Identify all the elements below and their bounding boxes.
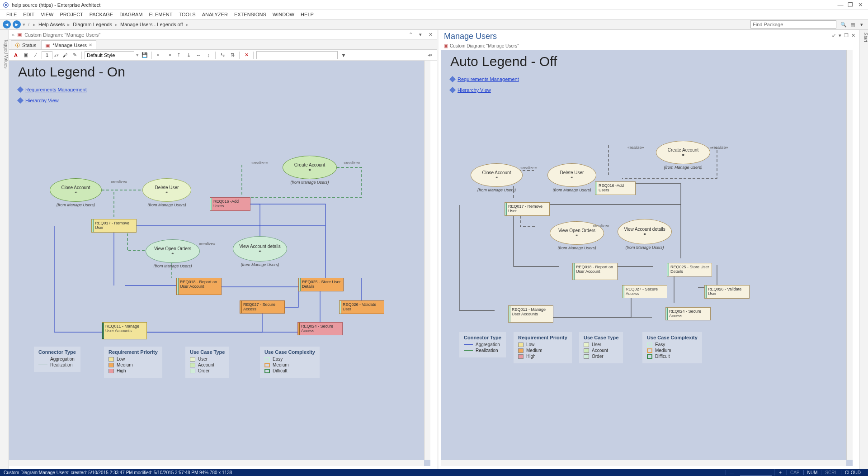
link-icon: ⚭ [165,190,169,195]
menu-view[interactable]: VIEW [38,11,56,18]
diagram-canvas-left[interactable]: Auto Legend - OnRequirements ManagementH… [9,61,430,466]
requirement-req026[interactable]: REQ026 - Validate User [704,285,750,299]
requirement-req011[interactable]: REQ011 - Manage User Accounts [102,322,147,339]
zoom-out[interactable]: ― [726,470,738,475]
header-nav-icon[interactable]: » [12,32,14,38]
brush-icon[interactable]: 🖌 [61,51,69,59]
space-h-icon[interactable]: ⇆ [218,51,226,59]
menu-window[interactable]: WINDOW [270,11,297,18]
save-style-icon[interactable]: 💾 [141,51,149,59]
breadcrumb-item[interactable]: Diagram Legends [73,22,112,27]
align-left-icon[interactable]: ⇤ [155,51,163,59]
requirement-req017[interactable]: REQ017 - Remove User [91,219,137,233]
menu-tools[interactable]: TOOLS [176,11,198,18]
menu-analyzer[interactable]: ANALYZER [199,11,231,18]
side-tab-start[interactable]: Start [859,30,868,469]
menu-element[interactable]: ELEMENT [146,11,175,18]
legend-swatch [518,343,524,347]
legend-swatch [264,363,270,367]
diagram-canvas-right[interactable]: Auto Legend - OffRequirements Management… [441,50,853,466]
vscrollbar[interactable] [846,50,853,460]
pipette-icon[interactable]: ✎ [71,51,79,59]
breadcrumb-item[interactable]: Manage Users - Legends off [120,22,183,27]
delete-icon[interactable]: ✕ [242,51,250,59]
requirement-req027[interactable]: REQ027 - Secure Access [622,285,667,298]
minimize-button[interactable]: ― [835,1,845,8]
hscrollbar[interactable] [9,460,424,466]
usecase-view-account-details[interactable]: View Account details⚭ [233,236,287,262]
pin-icon[interactable]: ▾ [839,33,841,38]
diagram-filter-input[interactable] [256,51,338,59]
requirement-req017[interactable]: REQ017 - Remove User [505,202,550,216]
link-icon: ⚭ [171,251,175,256]
nav-back-button[interactable]: ◄ [3,20,11,29]
menu-project[interactable]: PROJECT [57,11,85,18]
zoom-in[interactable]: ＋ [774,469,786,476]
usecase-view-account-details[interactable]: View Account details⚭ [618,219,672,244]
requirement-req024[interactable]: REQ024 - Secure Access [665,307,711,320]
menu-diagram[interactable]: DIAGRAM [117,11,145,18]
usecase-close-account[interactable]: Close Account⚭ [50,178,102,202]
settings-chevron-icon[interactable]: ▾ [858,21,865,28]
align-top-icon[interactable]: ⤒ [175,51,183,59]
requirement-req016[interactable]: REQ016 -Add Users [595,181,636,195]
menu-file[interactable]: FILE [4,11,19,18]
tab-manageusers[interactable]: ▣*Manage Users ✕ [41,40,96,49]
same-width-icon[interactable]: ↔ [194,51,203,59]
complexity-stripe [340,301,341,314]
same-height-icon[interactable]: ↕ [204,51,212,59]
maximize-button[interactable]: ❐ [845,1,855,8]
toolbox-chevron-icon[interactable]: ◂▪ [426,51,434,59]
close-pane-icon[interactable]: ✕ [427,32,434,38]
vscrollbar[interactable] [424,61,430,460]
usecase-create-account[interactable]: Create Account⚭ [656,141,710,164]
close-button[interactable]: ✕ [855,1,865,8]
tab-close-icon[interactable]: ✕ [89,43,92,48]
fill-color-button[interactable]: ▣ [22,51,30,59]
requirement-req011[interactable]: REQ011 - Manage User Accounts [508,305,553,323]
requirement-req026[interactable]: REQ026 - Validate User [339,300,384,314]
usecase-delete-user[interactable]: Delete User⚭ [547,163,596,187]
align-bottom-icon[interactable]: ⤓ [184,51,193,59]
usecase-create-account[interactable]: Create Account⚭ [283,156,337,179]
hscrollbar[interactable] [441,460,846,466]
usecase-close-account[interactable]: Close Account⚭ [471,163,523,187]
filter-icon[interactable]: ▤ [849,21,856,28]
collapse-up-icon[interactable]: ⌃ [407,32,414,38]
funnel-icon[interactable]: ▼ [340,51,348,59]
side-tab-tagged-values[interactable]: Tagged Values [0,30,9,469]
usecase-delete-user[interactable]: Delete User⚭ [142,178,191,202]
menu-extensions[interactable]: EXTENSIONS [231,11,269,18]
complexity-stripe [240,301,242,313]
requirement-req027[interactable]: REQ027 - Secure Access [240,300,285,314]
hyperlink[interactable]: Hierarchy View [25,98,59,103]
maximize-pane-icon[interactable]: ❐ [844,33,849,38]
space-v-icon[interactable]: ⇅ [228,51,236,59]
usecase-view-open-orders[interactable]: View Open Orders⚭ [146,239,200,263]
requirement-req025[interactable]: REQ025 - Store User Details [298,278,344,291]
tab-status[interactable]: 🛈Status [11,40,40,49]
align-right-icon[interactable]: ⇥ [165,51,173,59]
requirement-req016[interactable]: REQ016 -Add Users [210,197,250,211]
menu-edit[interactable]: EDIT [20,11,37,18]
line-color-button[interactable]: ∕ [32,51,40,59]
requirement-req025[interactable]: REQ025 - Store User Details [667,263,712,276]
search-icon[interactable]: 🔍 [840,21,847,28]
hyperlink[interactable]: Requirements Management [25,87,87,92]
find-package-input[interactable] [750,20,836,29]
nav-forward-button[interactable]: ► [13,20,21,29]
requirement-req024[interactable]: REQ024 - Secure Access [297,322,343,335]
requirement-req018[interactable]: REQ018 - Report on User Account [572,263,618,280]
style-select[interactable] [85,51,134,59]
line-width-input[interactable] [42,51,52,59]
requirement-req018[interactable]: REQ018 - Report on User Account [176,278,222,295]
font-color-button[interactable]: A [12,51,20,59]
pin-icon[interactable]: ▾ [417,32,424,38]
breadcrumb-item[interactable]: Help Assets [38,22,65,27]
menu-help[interactable]: HELP [298,11,316,18]
hyperlink[interactable]: Hierarchy View [458,87,491,93]
menu-package[interactable]: PACKAGE [87,11,116,18]
close-pane-icon[interactable]: ✕ [851,33,855,38]
restore-icon[interactable]: ↙ [832,33,836,38]
hyperlink[interactable]: Requirements Management [458,76,519,82]
